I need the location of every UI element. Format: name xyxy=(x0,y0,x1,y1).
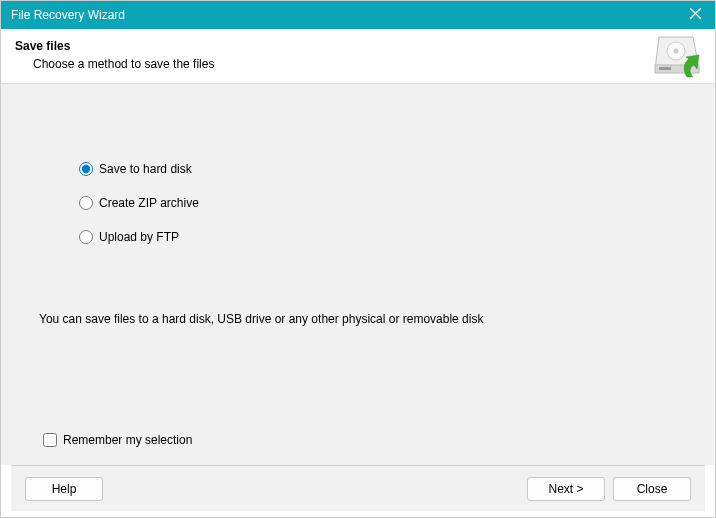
svg-rect-4 xyxy=(659,67,671,70)
radio-upload-by-ftp[interactable] xyxy=(79,230,93,244)
option-label: Upload by FTP xyxy=(99,230,179,244)
remember-selection-checkbox[interactable] xyxy=(43,433,57,447)
next-button[interactable]: Next > xyxy=(527,477,605,501)
wizard-content: Save to hard disk Create ZIP archive Upl… xyxy=(1,84,715,465)
close-icon xyxy=(690,8,701,22)
wizard-header: Save files Choose a method to save the f… xyxy=(1,29,715,84)
page-subtitle: Choose a method to save the files xyxy=(33,57,701,71)
close-button[interactable]: Close xyxy=(613,477,691,501)
hard-disk-recovery-icon xyxy=(653,35,703,82)
option-upload-by-ftp[interactable]: Upload by FTP xyxy=(79,230,199,244)
wizard-window: File Recovery Wizard Save files Choose a… xyxy=(0,0,716,518)
wizard-footer: Help Next > Close xyxy=(11,465,705,511)
close-window-button[interactable] xyxy=(675,1,715,29)
radio-create-zip-archive[interactable] xyxy=(79,196,93,210)
svg-point-6 xyxy=(674,49,679,54)
option-create-zip-archive[interactable]: Create ZIP archive xyxy=(79,196,199,210)
window-title: File Recovery Wizard xyxy=(11,8,125,22)
page-title: Save files xyxy=(15,39,701,53)
save-method-options: Save to hard disk Create ZIP archive Upl… xyxy=(79,162,199,244)
help-button[interactable]: Help xyxy=(25,477,103,501)
remember-selection-label: Remember my selection xyxy=(63,433,192,447)
method-description: You can save files to a hard disk, USB d… xyxy=(39,312,483,326)
radio-save-to-hard-disk[interactable] xyxy=(79,162,93,176)
remember-selection-checkbox-row[interactable]: Remember my selection xyxy=(43,433,192,447)
option-label: Save to hard disk xyxy=(99,162,192,176)
titlebar: File Recovery Wizard xyxy=(1,1,715,29)
option-save-to-hard-disk[interactable]: Save to hard disk xyxy=(79,162,199,176)
option-label: Create ZIP archive xyxy=(99,196,199,210)
